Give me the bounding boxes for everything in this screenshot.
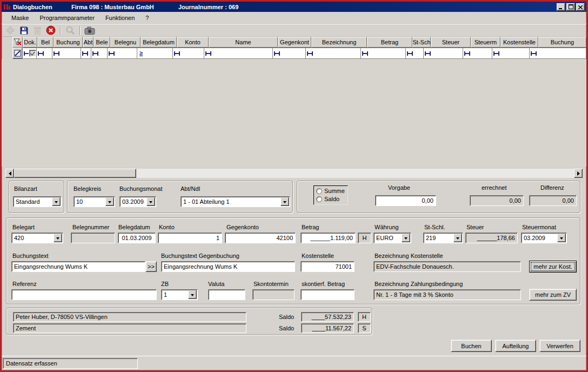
buchungsmonat-dropdown[interactable]: 03.2009 [119,196,156,207]
filter-cell-buchung[interactable] [52,48,81,59]
add-record-button[interactable] [4,25,16,36]
zb-dropdown[interactable]: 1 [161,289,198,300]
steuermonat-dropdown[interactable]: 03.2009 [521,232,567,243]
filter-cell-kostenstelle[interactable] [492,48,530,59]
col-header-buchung[interactable]: Buchung [54,37,83,48]
dropdown-arrow-icon[interactable] [402,234,410,242]
bilanzart-label: Bilanzart [14,185,37,192]
mehr-zum-zv-button[interactable]: mehr zum ZV [529,289,577,301]
filter-cell-st-sch[interactable] [405,48,424,59]
betrag-input[interactable]: ______1.119,00 [300,232,356,243]
filter-cell-steuerm[interactable] [463,48,492,59]
waehrung-dropdown[interactable]: EURO [373,232,411,243]
steuermonat-label: Steuermonat [522,224,556,230]
saldo-flag-1: H [358,312,371,322]
col-header-belegdatum[interactable]: Belegdatum [141,37,177,48]
buchungstext-expand-button[interactable]: >> [145,261,157,272]
menu-funktionen[interactable]: Funktionen [100,13,140,23]
filter-cell-konto[interactable] [172,48,204,59]
delete-button[interactable] [31,25,43,36]
close-button[interactable] [576,3,585,11]
konto-name-field: Peter Huber, D-78050 VS-Villingen [13,312,246,322]
col-header-bele[interactable]: Bele [93,37,110,48]
buchungstext-input[interactable]: Eingangsrechnung Wums K [11,261,145,272]
trash-icon [33,26,42,35]
col-header-dok[interactable]: Dok. [23,37,37,48]
abt-ndl-dropdown[interactable]: 1 - 01 Abteilung 1 [181,196,290,207]
col-header-betrag[interactable]: Betrag [367,37,412,48]
col-header-kostenstelle[interactable]: Kostenstelle [500,37,538,48]
col-header-st-sch[interactable]: St-Sch [412,37,431,48]
minimize-button[interactable] [557,3,565,11]
buchungstext-gegen-input[interactable]: Eingangsrechnung Wums K [161,261,295,272]
scroll-right-button[interactable] [574,169,583,178]
gegenkonto-input[interactable]: 42100 [225,232,296,243]
scroll-left-button[interactable] [5,169,14,178]
belegkreis-dropdown[interactable]: 10 [74,196,115,207]
summe-radio[interactable] [316,188,322,194]
skontierf-betrag-input[interactable] [300,289,355,300]
scrollbar-thumb[interactable] [14,169,136,178]
filter-cell-belegnu[interactable] [107,48,137,59]
cancel-button[interactable] [45,25,57,36]
menu-maske[interactable]: Maske [6,13,34,23]
filter-cell-belegdatum[interactable]: ≥ [137,48,173,59]
filter-cell-name[interactable] [204,48,273,59]
dropdown-arrow-icon[interactable] [146,197,155,206]
zoom-button[interactable] [64,25,76,36]
col-header-belegnu[interactable]: Belegnu [110,37,141,48]
filter-cell-gegenkont[interactable] [272,48,306,59]
referenz-label: Referenz [12,281,37,287]
filter-cell-buchungstext[interactable] [529,48,586,59]
col-header-steuerm[interactable]: Steuerm [471,37,500,48]
kostenstelle-input[interactable]: 71001 [300,261,355,272]
valuta-input[interactable] [208,289,245,300]
col-header-gegenkont[interactable]: Gegenkont [278,37,311,48]
referenz-input[interactable] [11,289,157,300]
dropdown-arrow-icon[interactable] [54,234,62,242]
col-header-buchungstext[interactable]: Buchung [538,37,586,48]
col-header-name[interactable]: Name [209,37,278,48]
filter-edit-button[interactable] [12,48,23,59]
aufteilung-button[interactable]: Aufteilung [495,340,536,352]
filter-cell-bele[interactable] [91,48,108,59]
col-header-konto[interactable]: Konto [177,37,209,48]
bez-kostenstelle-field: EDV-Fachschule Donauesch. [373,261,521,272]
col-header-steuer[interactable]: Steuer [431,37,471,48]
filter-cell-bezeichnung[interactable] [305,48,361,59]
belegart-dropdown[interactable]: 420 [11,232,63,243]
dropdown-arrow-icon[interactable] [557,234,566,242]
col-header-bel[interactable]: Bel [37,37,54,48]
snapshot-button[interactable] [84,25,96,36]
bilanzart-dropdown[interactable]: Standard [13,196,62,207]
filter-cell-betrag[interactable] [360,48,406,59]
summe-saldo-groupbox: Summe Saldo Vorgabe 0,00 errechnet 0,00 … [297,181,580,213]
belegdatum-input[interactable]: 01.03.2009 [118,232,156,243]
dropdown-arrow-icon[interactable] [52,197,61,206]
dropdown-arrow-icon[interactable] [280,197,289,206]
dropdown-arrow-icon[interactable] [453,234,462,242]
save-button[interactable] [18,25,30,36]
st-schl-dropdown[interactable]: 219 [423,232,463,243]
dok-checkbox[interactable] [29,50,36,57]
filter-cell-dok[interactable] [22,48,37,59]
horizontal-scrollbar[interactable] [5,169,583,178]
konto-input[interactable]: 1 [158,232,222,243]
buchen-button[interactable]: Buchen [451,340,492,352]
dropdown-arrow-icon[interactable] [105,197,114,206]
col-header-abt[interactable]: Abt [83,37,93,48]
col-header-bezeichnung[interactable]: Bezeichnung [311,37,367,48]
filter-column-header[interactable] [12,37,23,48]
mehr-zur-kost-button[interactable]: mehr zur Kost. [529,261,577,273]
menu-programmparameter[interactable]: Programmparameter [34,13,99,23]
filter-cell-steuer[interactable] [423,48,463,59]
dropdown-arrow-icon[interactable] [188,290,197,299]
maximize-button[interactable] [566,3,575,11]
menu-help[interactable]: ? [140,13,154,23]
filter-cell-abt[interactable] [81,48,91,59]
verwerfen-button[interactable]: Verwerfen [539,340,580,352]
vorgabe-input[interactable]: 0,00 [375,195,436,206]
filter-cell-bel[interactable] [36,48,52,59]
saldo-radio[interactable] [316,196,322,202]
differenz-field: 0,00 [529,195,577,206]
